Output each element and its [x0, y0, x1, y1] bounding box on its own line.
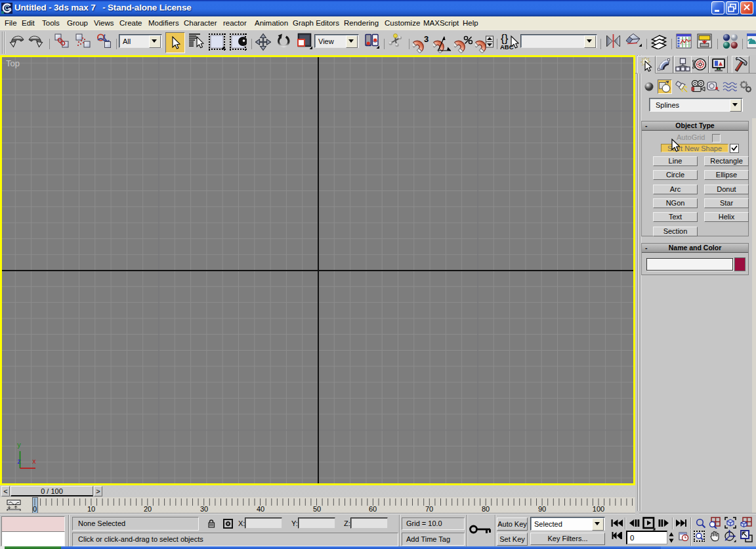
svg-text:x: x [32, 458, 36, 466]
svg-text:z: z [17, 458, 21, 466]
svg-text:y: y [17, 442, 21, 449]
svg-text:3: 3 [424, 35, 429, 44]
